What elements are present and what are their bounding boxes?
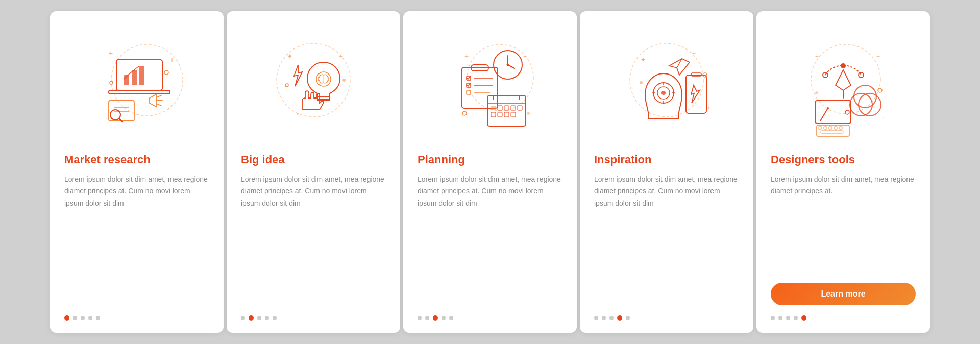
svg-text:+: +	[523, 53, 527, 60]
svg-rect-49	[491, 106, 496, 110]
svg-point-30	[342, 79, 346, 82]
svg-point-36	[507, 64, 509, 66]
svg-rect-5	[139, 66, 144, 85]
svg-point-79	[640, 81, 643, 84]
svg-rect-57	[511, 112, 516, 117]
card-dots-big-idea	[241, 315, 277, 321]
dot-2	[425, 316, 429, 320]
svg-line-93	[820, 108, 828, 121]
card-text-inspiration: Lorem ipsum dolor sit dim amet, mea regi…	[594, 174, 739, 305]
svg-rect-45	[487, 95, 526, 126]
svg-text:+: +	[336, 101, 339, 107]
dot-1	[418, 316, 422, 320]
illustration-inspiration: ✦ + + ✦	[594, 27, 739, 144]
card-dots-market-research	[64, 315, 100, 321]
svg-text:+: +	[464, 52, 469, 60]
dot-2	[778, 316, 782, 320]
card-title-planning: Planning	[418, 153, 465, 166]
illustration-designers-tools: + + +	[771, 27, 916, 144]
card-dots-designers-tools	[771, 315, 806, 321]
card-dots-planning	[418, 315, 453, 321]
illustration-planning: + + +	[418, 27, 562, 144]
dot-1	[594, 316, 598, 320]
svg-point-31	[285, 84, 288, 87]
svg-point-61	[527, 112, 530, 115]
svg-rect-56	[504, 112, 509, 117]
svg-rect-97	[824, 127, 827, 129]
svg-marker-25	[294, 65, 302, 86]
svg-marker-73	[691, 85, 700, 103]
dot-1	[64, 315, 69, 321]
svg-line-12	[156, 95, 161, 97]
card-text-designers-tools: Lorem ipsum dolor sit dim amet, mea regi…	[771, 174, 916, 275]
svg-rect-55	[498, 112, 502, 117]
card-text-market-research: Lorem ipsum dolor sit dim amet, mea regi…	[64, 174, 209, 305]
svg-line-14	[156, 104, 161, 106]
dot-3	[81, 316, 85, 320]
svg-rect-101	[821, 131, 843, 133]
svg-text:+: +	[493, 60, 496, 66]
card-inspiration: ✦ + + ✦ Inspiration Lorem ipsum dolor si…	[580, 11, 753, 333]
card-dots-inspiration	[594, 315, 630, 321]
svg-text:+: +	[815, 53, 819, 60]
svg-rect-100	[839, 127, 842, 129]
dot-1	[771, 316, 775, 320]
svg-marker-86	[836, 70, 851, 90]
svg-point-60	[462, 111, 467, 115]
svg-rect-4	[132, 70, 137, 85]
card-title-big-idea: Big idea	[241, 153, 285, 166]
dot-5	[801, 315, 806, 321]
svg-text:✦: ✦	[706, 105, 710, 111]
card-title-market-research: Market research	[64, 153, 151, 166]
svg-point-0	[111, 44, 183, 116]
card-big-idea: ✦ + + ✦ Big idea Lorem ipsum dolor sit d…	[227, 11, 400, 333]
dot-4	[617, 315, 622, 321]
svg-text:✦: ✦	[287, 52, 293, 60]
dot-5	[626, 316, 630, 320]
svg-text:+: +	[644, 111, 647, 117]
svg-rect-43	[467, 90, 471, 94]
dot-4	[794, 316, 798, 320]
svg-text:✦: ✦	[296, 111, 300, 117]
svg-marker-11	[150, 94, 156, 107]
svg-marker-74	[669, 59, 690, 75]
svg-rect-99	[834, 127, 837, 129]
dot-4	[265, 316, 269, 320]
dot-5	[449, 316, 453, 320]
dot-3	[786, 316, 790, 320]
card-planning: + + + Planning Lorem ipsum dolor sit dim…	[403, 11, 577, 333]
svg-point-66	[662, 91, 666, 95]
svg-text:+: +	[881, 115, 885, 121]
svg-rect-98	[829, 127, 832, 129]
svg-text:+: +	[170, 56, 174, 64]
svg-text:+: +	[167, 106, 170, 112]
cards-container: + + + Market research Lorem ipsum dolor …	[40, 1, 940, 343]
svg-rect-96	[819, 127, 822, 129]
svg-point-84	[859, 72, 864, 78]
svg-rect-50	[498, 106, 502, 110]
dot-2	[73, 316, 77, 320]
svg-text:+: +	[339, 52, 343, 60]
dot-4	[442, 316, 446, 320]
svg-point-85	[841, 63, 846, 68]
illustration-big-idea: ✦ + + ✦	[241, 27, 386, 144]
dot-4	[88, 316, 92, 320]
svg-rect-2	[109, 90, 170, 94]
dot-3	[257, 316, 261, 320]
svg-rect-53	[518, 106, 522, 110]
dot-3	[433, 315, 438, 321]
svg-text:+: +	[692, 50, 696, 57]
svg-point-94	[827, 107, 829, 109]
svg-point-18	[164, 70, 168, 75]
svg-text:+: +	[876, 53, 880, 60]
card-designers-tools: + + + Designers tools Lorem ipsum dolor …	[756, 11, 930, 333]
dot-2	[249, 315, 254, 321]
dot-2	[602, 316, 606, 320]
dot-5	[273, 316, 277, 320]
learn-more-button[interactable]: Learn more	[771, 283, 916, 305]
card-title-inspiration: Inspiration	[594, 153, 651, 166]
card-title-designers-tools: Designers tools	[771, 153, 855, 166]
svg-point-105	[815, 91, 818, 94]
svg-point-90	[854, 85, 876, 108]
svg-text:+: +	[109, 49, 113, 57]
